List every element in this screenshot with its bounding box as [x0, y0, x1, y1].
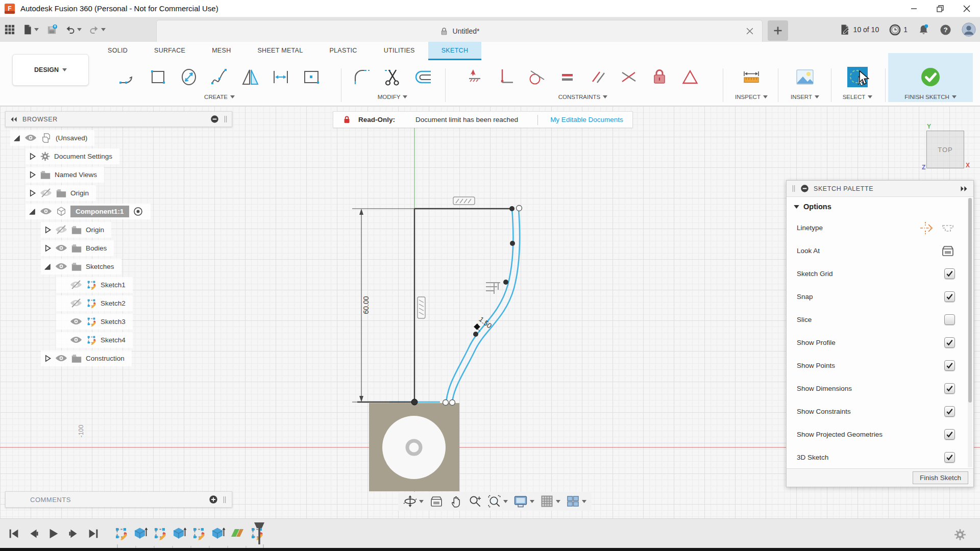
eye-icon[interactable] [40, 206, 52, 216]
eye-icon[interactable] [24, 133, 37, 143]
snap-checkbox[interactable] [944, 291, 955, 302]
timeline-feature-3-sketch[interactable] [152, 525, 167, 541]
design-menu-button[interactable]: DESIGN [12, 54, 89, 86]
timeline-feature-7-plane[interactable] [230, 525, 245, 541]
linetype-construction-icon[interactable] [941, 221, 955, 235]
palette-options-section[interactable]: Options [787, 197, 968, 216]
timeline-feature-6-extrude[interactable] [210, 525, 226, 541]
browser-item-named-views[interactable]: Named Views [5, 165, 151, 184]
restore-button[interactable] [927, 0, 953, 17]
tri-closed-icon[interactable] [28, 189, 36, 197]
look-at-icon[interactable] [941, 244, 955, 258]
close-button[interactable] [953, 0, 980, 17]
orbit-nav-button[interactable] [403, 494, 424, 508]
view-cube[interactable]: TOP Y Z X [926, 131, 964, 168]
go-end-button[interactable] [87, 527, 100, 540]
measure-tool-button[interactable] [741, 66, 762, 88]
play-button[interactable] [47, 527, 60, 540]
sketch-grid-checkbox[interactable] [944, 268, 955, 279]
browser-item-origin[interactable]: Origin [5, 184, 151, 202]
tri-open-icon[interactable] [43, 262, 52, 271]
show-dimensions-checkbox[interactable] [944, 383, 955, 394]
editable-documents-link[interactable]: My Editable Documents [550, 116, 623, 123]
browser-item-construction[interactable]: Construction [5, 349, 151, 367]
add-comment-icon[interactable] [209, 495, 218, 504]
browser-item--unsaved-[interactable]: (Unsaved) [5, 129, 151, 147]
grid-menu-button[interactable] [4, 24, 15, 35]
tab-sheet-metal[interactable]: SHEET METAL [244, 42, 316, 60]
dock-panel-icon[interactable] [960, 186, 968, 192]
tab-utilities[interactable]: UTILITIES [371, 42, 428, 60]
minimize-button[interactable] [900, 0, 927, 17]
dimension-tool-button[interactable] [270, 66, 291, 88]
palette-scrollbar[interactable] [968, 198, 972, 467]
circle-tool-button[interactable] [178, 66, 200, 88]
show-constraints-checkbox[interactable] [944, 406, 955, 417]
browser-item-sketch2[interactable]: Sketch2 [5, 294, 151, 312]
tab-plastic[interactable]: PLASTIC [316, 42, 370, 60]
point-tool-button[interactable] [301, 66, 322, 88]
document-tab[interactable]: Untitled* [156, 20, 763, 42]
line-tool-button[interactable] [117, 66, 138, 88]
new-tab-button[interactable] [768, 20, 788, 41]
eye-icon[interactable] [55, 353, 67, 363]
eye-icon[interactable] [55, 261, 67, 271]
browser-item-document-settings[interactable]: Document Settings [5, 147, 151, 165]
save-button[interactable] [46, 24, 58, 36]
perpendicular-tool-button[interactable] [618, 66, 640, 88]
sketch-points[interactable] [411, 206, 522, 406]
sketch-lines[interactable] [357, 209, 513, 402]
tab-close-button[interactable] [744, 25, 756, 37]
eye-icon[interactable] [55, 243, 67, 253]
browser-item-sketch3[interactable]: Sketch3 [5, 312, 151, 331]
3d-sketch-checkbox[interactable] [944, 452, 955, 463]
tri-closed-icon[interactable] [28, 170, 36, 179]
minimize-panel-icon[interactable] [800, 184, 809, 193]
browser-item-sketch1[interactable]: Sketch1 [5, 276, 151, 294]
grid-settings-nav-button[interactable] [540, 494, 560, 508]
go-start-button[interactable] [7, 527, 20, 540]
browser-item-origin[interactable]: Origin [5, 220, 151, 239]
tri-closed-icon[interactable] [28, 152, 36, 161]
show-profile-checkbox[interactable] [944, 337, 955, 348]
toolbar-group-label-create[interactable]: CREATE [102, 92, 337, 102]
height-dimension-label[interactable]: 60.00 [362, 296, 370, 314]
vertical-horizontal-tool-button[interactable] [496, 66, 517, 88]
tri-closed-icon[interactable] [43, 354, 52, 363]
parallel-tool-button[interactable] [587, 66, 609, 88]
toolbar-group-label-insert[interactable]: INSERT [780, 92, 830, 102]
tri-closed-icon[interactable] [43, 226, 52, 234]
slice-checkbox[interactable] [944, 314, 955, 325]
rectangle-tool-button[interactable] [148, 66, 169, 88]
redo-button[interactable] [89, 24, 106, 35]
eye-off-icon[interactable] [40, 188, 52, 198]
viewport-canvas[interactable]: -10060.001.50 Read-Only: Document limit … [0, 106, 980, 518]
eye-off-icon[interactable] [70, 280, 82, 290]
coincident-tool-button[interactable] [465, 66, 486, 88]
tri-open-icon[interactable] [12, 134, 21, 142]
symmetry-tool-button[interactable] [679, 66, 701, 88]
toolbar-group-label-finish[interactable]: FINISH SKETCH [888, 92, 973, 102]
help-icon[interactable]: ? [940, 24, 951, 36]
collapse-panel-icon[interactable] [10, 116, 18, 122]
timeline-feature-2-extrude[interactable] [133, 525, 148, 541]
spline-curves[interactable] [389, 209, 520, 402]
tangent-tool-button[interactable] [526, 66, 548, 88]
fix-tool-button[interactable] [649, 66, 670, 88]
body-section[interactable] [369, 403, 459, 491]
eye-icon[interactable] [70, 335, 82, 345]
panel-grip-icon[interactable] [223, 495, 227, 504]
finish-check-tool-button[interactable] [920, 66, 941, 88]
eye-off-icon[interactable] [70, 298, 82, 308]
toolbar-group-label-constraints[interactable]: CONSTRAINTS [450, 92, 716, 102]
tri-closed-icon[interactable] [43, 244, 52, 253]
step-forward-button[interactable] [67, 527, 80, 540]
viewports-nav-button[interactable] [566, 494, 586, 508]
browser-item-sketches[interactable]: Sketches [5, 257, 151, 276]
notifications-bell-icon[interactable] [918, 23, 929, 36]
timeline-settings-gear-icon[interactable] [953, 528, 967, 541]
show-points-checkbox[interactable] [944, 360, 955, 371]
eye-icon[interactable] [70, 316, 82, 327]
timeline-position-marker[interactable] [253, 522, 265, 545]
tab-solid[interactable]: SOLID [94, 42, 141, 60]
